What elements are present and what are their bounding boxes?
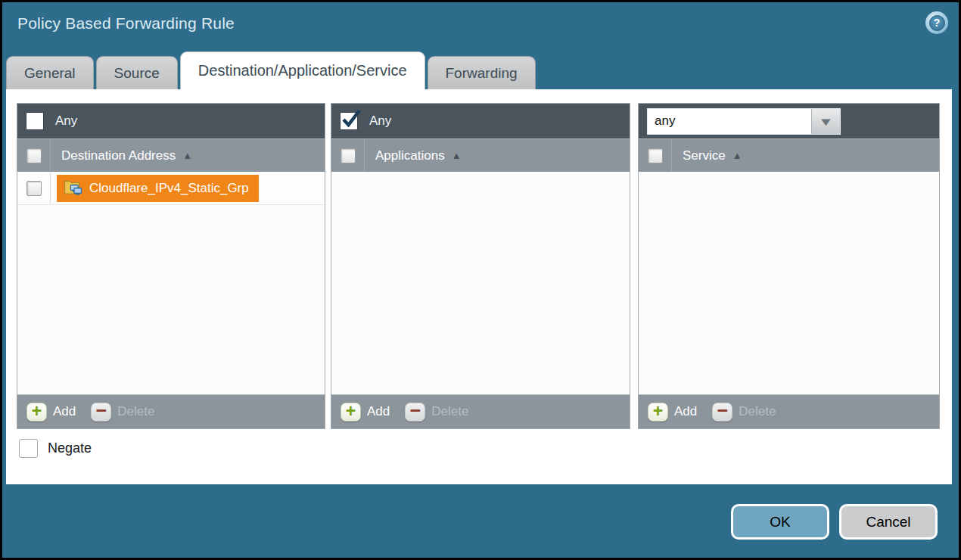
service-dropdown-value[interactable]: any — [648, 109, 811, 134]
applications-add-button[interactable]: + Add — [341, 403, 390, 422]
destination-header-row: Destination Address ▲ — [17, 138, 325, 172]
service-dropdown[interactable]: any ▼ — [647, 108, 841, 135]
service-add-button[interactable]: + Add — [648, 403, 697, 422]
tab-bar: General Source Destination/Application/S… — [6, 51, 536, 89]
add-icon: + — [648, 403, 668, 422]
destination-any-checkbox[interactable] — [26, 112, 44, 130]
service-select-all-checkbox[interactable] — [648, 148, 663, 163]
tab-general[interactable]: General — [6, 56, 94, 89]
destination-any-bar: Any — [17, 104, 325, 138]
destination-delete-button[interactable]: − Delete — [91, 403, 154, 422]
applications-header-row: Applications ▲ — [331, 138, 630, 172]
service-dropdown-bar: any ▼ — [639, 104, 939, 138]
applications-column-header[interactable]: Applications ▲ — [375, 148, 462, 163]
destination-address-name: Cloudflare_IPv4_Static_Grp — [89, 181, 249, 196]
negate-label: Negate — [48, 440, 92, 456]
destination-any-label: Any — [55, 114, 77, 129]
negate-checkbox[interactable] — [19, 439, 38, 458]
tab-forwarding[interactable]: Forwarding — [428, 56, 536, 89]
sort-ascending-icon: ▲ — [452, 150, 462, 161]
destination-select-all-checkbox[interactable] — [26, 148, 42, 163]
destination-address-column: Any Destination Address ▲ — [17, 103, 325, 429]
destination-list: Cloudflare_IPv4_Static_Grp — [17, 172, 325, 394]
service-column-header[interactable]: Service ▲ — [683, 148, 742, 163]
service-dropdown-button[interactable]: ▼ — [811, 109, 840, 134]
cancel-button[interactable]: Cancel — [839, 504, 938, 540]
destination-address-entry[interactable]: Cloudflare_IPv4_Static_Grp — [57, 175, 259, 202]
applications-toolbar: + Add − Delete — [331, 394, 630, 428]
sort-ascending-icon: ▲ — [182, 150, 192, 161]
sort-ascending-icon: ▲ — [732, 150, 742, 161]
checkmark-icon — [342, 108, 362, 129]
service-delete-button[interactable]: − Delete — [712, 403, 776, 422]
applications-any-bar: Any — [331, 104, 630, 138]
chevron-down-icon: ▼ — [818, 116, 834, 127]
tab-source[interactable]: Source — [96, 56, 178, 89]
help-question-glyph: ? — [929, 15, 945, 31]
service-toolbar: + Add − Delete — [639, 394, 939, 428]
applications-any-checkbox[interactable] — [340, 112, 358, 130]
delete-icon: − — [712, 403, 732, 422]
applications-delete-button[interactable]: − Delete — [405, 403, 468, 422]
row-checkbox[interactable] — [26, 181, 42, 196]
add-icon: + — [26, 403, 47, 422]
applications-column: Any Applications ▲ + Add − Dele — [331, 103, 630, 429]
delete-icon: − — [91, 403, 111, 422]
destination-column-header[interactable]: Destination Address ▲ — [61, 148, 192, 163]
list-item: Cloudflare_IPv4_Static_Grp — [17, 172, 325, 205]
tab-content-panel: Any Destination Address ▲ — [6, 89, 952, 484]
dialog-action-bar: OK Cancel — [731, 504, 938, 540]
applications-list — [331, 172, 630, 394]
help-icon[interactable]: ? — [925, 11, 948, 34]
negate-row: Negate — [19, 439, 92, 458]
delete-icon: − — [405, 403, 425, 422]
service-header-row: Service ▲ — [639, 138, 939, 172]
service-column: any ▼ Service ▲ + Add — [638, 103, 940, 429]
policy-based-forwarding-dialog: Policy Based Forwarding Rule ? General S… — [2, 2, 959, 558]
service-list — [639, 172, 939, 394]
address-group-icon — [64, 179, 82, 197]
applications-select-all-checkbox[interactable] — [341, 148, 356, 163]
add-icon: + — [341, 403, 361, 422]
dialog-title: Policy Based Forwarding Rule — [17, 14, 235, 33]
destination-add-button[interactable]: + Add — [26, 403, 76, 422]
ok-button[interactable]: OK — [731, 504, 829, 540]
destination-toolbar: + Add − Delete — [17, 394, 325, 428]
applications-any-label: Any — [369, 114, 391, 129]
tab-destination-application-service[interactable]: Destination/Application/Service — [180, 51, 425, 89]
